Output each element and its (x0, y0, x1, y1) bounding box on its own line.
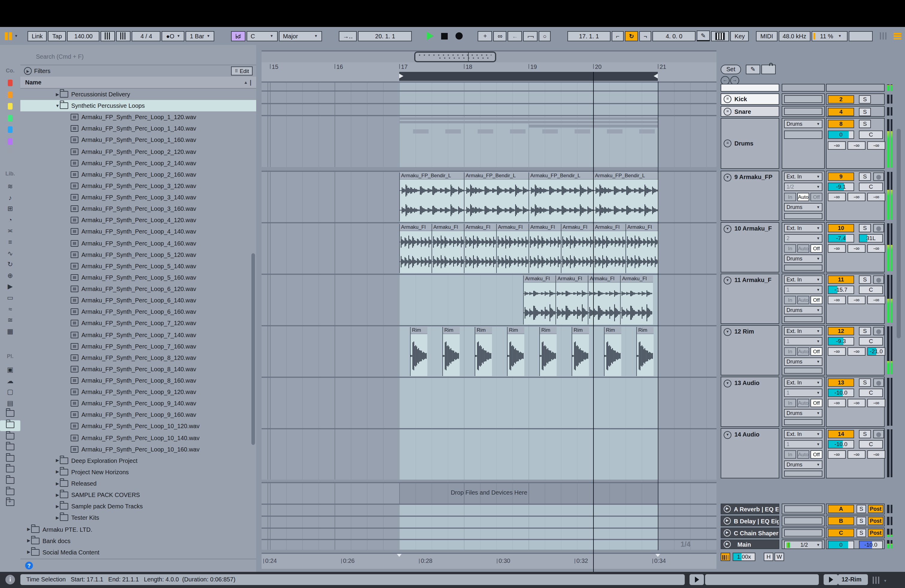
arm-button[interactable] (873, 224, 884, 232)
output-dropdown[interactable]: Drums▼ (784, 203, 822, 211)
meter-caret-icon[interactable]: ▼ (883, 579, 887, 583)
midi-map-mode-button[interactable]: MIDI (756, 31, 777, 41)
monitor-off-button[interactable]: Off (810, 193, 822, 201)
fold-icon[interactable]: ▾ (724, 225, 732, 233)
automation-arm-button[interactable]: ∞ (494, 31, 506, 41)
tree-file-16[interactable]: Armaku_FP_Synth_Perc_Loop_5_160.wav (21, 272, 256, 283)
filters-disclosure-icon[interactable]: ▶ (24, 67, 32, 75)
input-type-dropdown[interactable]: Ext. In▼ (784, 430, 822, 438)
pan-field[interactable]: C (859, 337, 883, 345)
new-midi-button[interactable]: ＋ (478, 31, 492, 41)
input-channel-dropdown[interactable]: 2▼ (784, 234, 822, 243)
solo-button[interactable]: S (859, 224, 871, 232)
tree-file-26[interactable]: Armaku_FP_Synth_Perc_Loop_9_120.wav (21, 386, 256, 397)
sidebar-item-folder-9[interactable] (0, 465, 21, 476)
sidebar-item-folder-11[interactable] (0, 487, 21, 498)
sidebar-item-midi[interactable]: ≡ (0, 238, 21, 245)
output-meter-icon[interactable] (873, 577, 881, 584)
track-lane-retB[interactable] (262, 516, 716, 528)
monitor-auto-button[interactable]: Auto (797, 347, 809, 356)
set-button[interactable]: Set (721, 65, 741, 74)
menu-icon[interactable] (894, 33, 902, 39)
monitor-in-button[interactable]: In (784, 244, 796, 253)
audio-clip[interactable]: Armaku_FP_Bendir_L (399, 172, 464, 222)
cpu-meter[interactable]: 11 %▼ (811, 31, 848, 41)
browser-scrollbar[interactable] (251, 89, 255, 559)
tree-file-8[interactable]: Armaku_FP_Synth_Perc_Loop_3_120.wav (21, 180, 256, 192)
volume-field[interactable]: -7.4 (828, 234, 854, 243)
track-number-box[interactable]: B (828, 517, 854, 525)
punch-in-button[interactable]: ⌐ (612, 31, 624, 41)
output-dropdown[interactable]: Drums▼ (784, 409, 822, 417)
solo-button[interactable]: S (856, 529, 866, 537)
return-name-c[interactable]: ▶C Chain Shaper (721, 528, 779, 538)
pan-field[interactable]: C (859, 389, 883, 397)
disclosure-closed-icon[interactable]: ▶ (55, 481, 60, 486)
tree-file-6[interactable]: Armaku_FP_Synth_Perc_Loop_2_140.wav (21, 157, 256, 168)
disclosure-closed-icon[interactable]: ▶ (55, 458, 60, 463)
track-number-box[interactable]: 12 (828, 327, 854, 335)
track-lane-drums[interactable] (262, 115, 716, 167)
track-lane-t10[interactable]: Armaku_FlArmaku_FlArmaku_FlArmaku_FlArma… (262, 222, 716, 273)
audio-clip[interactable]: Armaku_Fl (561, 224, 594, 273)
computer-midi-keyboard-button[interactable] (711, 31, 729, 41)
sidebar-item-loop[interactable]: ↻ (0, 261, 21, 268)
track-lane-retC[interactable] (262, 528, 716, 539)
tree-file-31[interactable]: Armaku_FP_Synth_Perc_Loop_10_160.wav (21, 443, 256, 455)
track-lane-t14[interactable] (262, 428, 716, 480)
main-volume-field[interactable]: 0 (828, 541, 854, 549)
track-lane-drop[interactable]: Drop Files and Devices Here (262, 482, 716, 504)
track-lane-main[interactable] (262, 539, 716, 550)
sidebar-item-plugin[interactable]: ⊕ (0, 272, 21, 280)
track-number-box[interactable]: A (828, 505, 854, 513)
output-dropdown[interactable]: Drums▼ (784, 120, 822, 128)
sidebar-item-cloud-1[interactable]: ☁ (0, 376, 21, 386)
zoom-width-button[interactable]: W (775, 553, 784, 561)
disclosure-closed-icon[interactable]: ▶ (55, 516, 60, 520)
punch-out-button[interactable]: ¬ (640, 31, 651, 41)
monitor-off-button[interactable]: Off (810, 296, 822, 304)
monitor-off-button[interactable]: Off (810, 399, 822, 407)
track-lane-snare[interactable] (262, 103, 716, 115)
filters-row[interactable]: ▶ Filters ⠿Edit (21, 65, 256, 77)
input-channel-dropdown[interactable]: 1/2▼ (784, 183, 822, 191)
play-disclosure-icon[interactable]: ▶ (724, 505, 731, 513)
tree-folder-39[interactable]: ▶Bank docs (21, 535, 256, 547)
track-number-box[interactable]: C (828, 529, 854, 537)
arrangement-position-field[interactable]: 20. 1. 1 (358, 31, 412, 41)
nudge-up-button[interactable] (116, 31, 131, 41)
tree-file-22[interactable]: Armaku_FP_Synth_Perc_Loop_7_160.wav (21, 340, 256, 352)
time-ruler-seconds[interactable]: 0:240:260:280:300:320:34 (262, 553, 716, 569)
track-name-kick[interactable]: ≡Kick (721, 94, 779, 105)
arm-button[interactable] (873, 327, 884, 335)
fold-icon[interactable]: ▾ (724, 328, 732, 336)
solo-button[interactable]: S (859, 95, 871, 103)
preview-scrub-bar[interactable] (705, 574, 819, 585)
volume-field[interactable]: -15.7 (828, 286, 854, 294)
loop-toggle[interactable]: ↻ (625, 31, 638, 41)
arrangement-overview[interactable] (262, 50, 716, 64)
monitor-off-button[interactable]: Off (810, 244, 822, 253)
pan-field[interactable]: C (859, 130, 883, 139)
beat-time-ruler[interactable]: 15161718192021 (262, 62, 716, 81)
arm-button[interactable] (873, 275, 884, 284)
volume-field[interactable]: 0 (828, 130, 854, 139)
pan-field[interactable]: C (859, 440, 883, 448)
track-lane-t9[interactable]: Armaku_FP_Bendir_LArmaku_FP_Bendir_LArma… (262, 171, 716, 222)
send-a-field[interactable]: -∞ (828, 296, 846, 304)
track-name-drums[interactable]: ≡Drums (721, 118, 779, 169)
disclosure-closed-icon[interactable]: ▶ (55, 493, 60, 497)
push-status-icon[interactable]: ▼ (5, 32, 18, 40)
solo-button[interactable]: S (859, 378, 871, 387)
record-button[interactable] (456, 32, 463, 40)
overview-zoom-window[interactable] (414, 51, 496, 62)
current-clip-badge[interactable]: 12-Rim (838, 574, 868, 585)
sidebar-item-drums[interactable]: ⊞ (0, 205, 21, 213)
sidebar-item-window[interactable]: ▦ (0, 327, 21, 335)
return-name-a[interactable]: ▶A Reverb | EQ Ei (721, 504, 779, 514)
tree-file-10[interactable]: Armaku_FP_Synth_Perc_Loop_3_160.wav (21, 203, 256, 215)
scale-highlight-toggle[interactable]: ♭♯ (231, 31, 245, 41)
output-dropdown[interactable]: Drums▼ (784, 306, 822, 315)
track-number-box[interactable]: 2 (828, 95, 854, 103)
play-button[interactable] (427, 32, 433, 40)
